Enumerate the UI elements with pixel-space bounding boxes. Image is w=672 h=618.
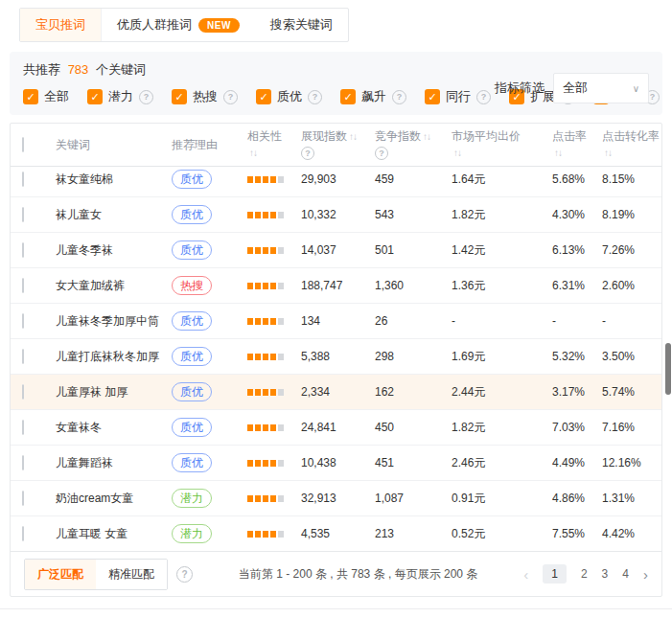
help-icon[interactable]: ? [139,90,153,104]
keyword-cell: 袜女童纯棉 [56,172,172,188]
relevance-bars [247,424,301,431]
relevance-bar [255,495,261,502]
competition-cell: 213 [375,527,452,540]
avg-bid-cell: 1.82元 [452,207,552,223]
pagination-page-1[interactable]: 1 [543,564,567,584]
cvr-cell: 8.15% [602,172,661,186]
row-checkbox-cell [22,421,56,434]
relevance-bar [247,247,253,254]
relevance-bars [247,354,301,360]
row-checkbox[interactable] [22,313,24,329]
table-footer: 广泛匹配精准匹配 ? 当前第 1 - 200 条 , 共 783 条 , 每页展… [11,551,661,596]
help-icon[interactable]: ? [176,566,193,583]
select-all-checkbox[interactable] [22,137,24,152]
match-mode-toggle: 广泛匹配精准匹配 [24,559,168,590]
filter-checkbox-hot-search[interactable]: ✓热搜? [172,88,238,105]
relevance-bar [247,212,253,218]
row-checkbox[interactable] [22,526,24,541]
row-checkbox[interactable] [22,455,24,470]
tab-label: 优质人群推词 [117,16,192,34]
reason-cell: 质优 [172,382,247,401]
column-header-impression[interactable]: 展现指数↑↓ ? [301,128,375,161]
broad-match-button[interactable]: 广泛匹配 [25,560,96,589]
tab-audience-keywords[interactable]: 优质人群推词NEW [102,9,255,41]
filter-checkbox-quality[interactable]: ✓质优? [256,88,322,105]
cvr-cell: 2.60% [602,279,661,292]
pagination-prev-icon[interactable]: ‹ [523,566,528,583]
ctr-cell: - [552,314,602,328]
reason-tag: 质优 [172,453,212,472]
help-icon[interactable]: ? [308,90,322,104]
relevance-bar [247,495,253,502]
relevance-cell [247,283,301,289]
help-icon[interactable]: ? [392,90,406,104]
cvr-cell: 12.16% [602,456,661,469]
row-checkbox[interactable] [22,384,24,400]
impression-cell: 134 [301,314,375,328]
relevance-bar [247,460,253,467]
relevance-bar [278,460,284,467]
row-checkbox-cell [22,172,56,186]
relevance-cell [247,318,301,325]
keyword-cell: 儿童厚袜 加厚 [56,384,172,401]
column-header-competition[interactable]: 竞争指数↑↓ ? [375,128,452,161]
avg-bid-cell: - [452,314,552,328]
scrollbar-thumb[interactable] [665,343,671,395]
filter-checkbox-label: 飙升 [361,88,386,105]
row-checkbox[interactable] [22,278,24,293]
table-row: 女童袜冬质优24,8414501.82元7.03%7.16% [11,410,661,446]
pagination-next-icon[interactable]: › [643,566,648,583]
relevance-bar [255,460,261,467]
pagination-page-4[interactable]: 4 [622,567,629,581]
tab-product-keywords[interactable]: 宝贝推词 [20,9,102,41]
impression-cell: 188,747 [301,279,375,292]
reason-tag: 质优 [172,170,212,189]
relevance-bar [263,176,268,183]
row-checkbox[interactable] [22,491,24,506]
table-row: 奶油cream女童潜力32,9131,0870.91元4.86%1.31% [11,481,661,516]
row-checkbox[interactable] [22,420,24,435]
reason-cell: 质优 [172,311,247,331]
pagination-page-3[interactable]: 3 [602,567,609,581]
reason-cell: 质优 [172,205,247,224]
avg-bid-cell: 2.46元 [452,455,552,471]
cvr-cell: 8.19% [602,208,661,221]
filter-checkbox-potential[interactable]: ✓潜力? [87,88,153,105]
column-header-ctr[interactable]: 点击率 ↑↓ [552,128,602,161]
exact-match-button[interactable]: 精准匹配 [96,560,167,589]
relevance-bar [255,318,261,325]
relevance-bar [255,354,261,360]
reason-cell: 潜力 [172,489,247,508]
row-checkbox[interactable] [22,349,24,364]
reason-tag: 质优 [172,347,212,366]
filter-checkbox-peer[interactable]: ✓同行? [425,88,491,105]
row-checkbox-cell [22,314,56,328]
row-checkbox[interactable] [22,207,24,222]
help-icon[interactable]: ? [301,147,314,160]
help-icon[interactable]: ? [223,90,238,104]
filter-checkbox-all[interactable]: ✓全部 [23,88,69,105]
keyword-cell: 袜儿童女 [56,207,172,223]
checkbox-checked-icon: ✓ [87,89,103,104]
help-icon[interactable]: ? [476,90,491,104]
pagination-page-2[interactable]: 2 [581,567,588,581]
relevance-bar [278,283,284,289]
row-checkbox[interactable] [22,172,24,187]
relevance-bar [278,247,284,254]
row-checkbox-cell [22,208,56,221]
column-header-avg-bid[interactable]: 市场平均出价 ↑↓ [452,128,552,161]
summary-suffix: 个关键词 [96,62,146,77]
sort-icon: ↑↓ [604,148,612,158]
keyword-cell: 儿童冬季袜 [56,242,172,259]
row-checkbox[interactable] [22,242,24,258]
filter-panel: 共推荐 783 个关键词 ✓全部✓潜力?✓热搜?✓质优?✓飙升?✓同行?✓扩展?… [10,52,662,115]
metric-filter-select[interactable]: 全部 ∨ [553,73,649,103]
column-header-cvr[interactable]: 点击转化率 ↑↓ [602,128,661,161]
help-icon[interactable]: ? [375,147,388,160]
relevance-bar [263,247,268,254]
relevance-bars [247,531,301,538]
column-header-relevance[interactable]: 相关性 ↑↓ [247,128,301,161]
filter-checkbox-rising[interactable]: ✓飙升? [340,88,406,105]
tab-search-keywords[interactable]: 搜索关键词 [255,9,348,41]
relevance-bars [247,460,301,467]
